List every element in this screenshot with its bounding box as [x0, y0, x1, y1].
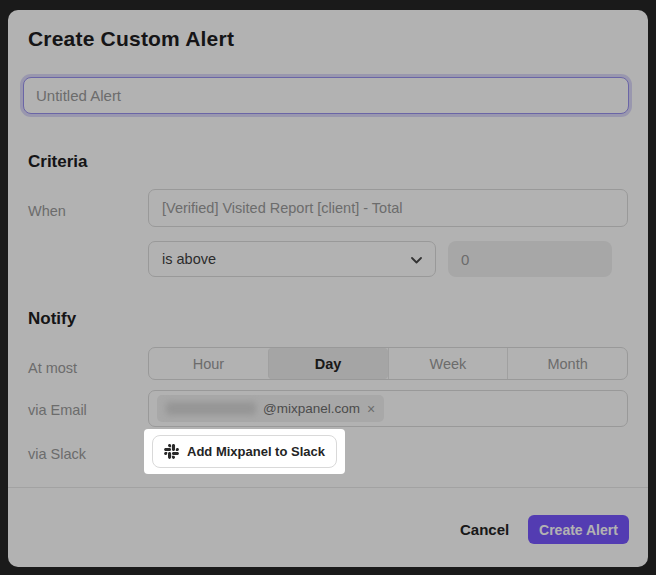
create-alert-button[interactable]: Create Alert: [528, 515, 629, 544]
email-chip: @mixpanel.com ×: [157, 395, 384, 422]
frequency-option-hour[interactable]: Hour: [149, 348, 268, 379]
frequency-segmented-control: Hour Day Week Month: [148, 347, 628, 380]
frequency-option-week[interactable]: Week: [388, 348, 508, 379]
at-most-label: At most: [28, 360, 77, 376]
email-username-redacted: [166, 402, 256, 415]
email-domain: @mixpanel.com: [263, 401, 360, 416]
add-to-slack-button[interactable]: Add Mixpanel to Slack: [152, 435, 337, 468]
slack-onboarding-spotlight: Add Mixpanel to Slack: [144, 429, 345, 474]
notify-heading: Notify: [28, 309, 76, 329]
via-email-label: via Email: [28, 402, 87, 418]
dialog-title: Create Custom Alert: [28, 27, 234, 51]
event-field-value: [Verified] Visited Report [client] - Tot…: [162, 200, 402, 216]
frequency-option-day[interactable]: Day: [268, 348, 388, 379]
close-icon[interactable]: ×: [367, 402, 375, 416]
slack-icon: [164, 444, 179, 459]
footer-divider: [8, 487, 648, 488]
via-slack-label: via Slack: [28, 446, 86, 462]
criteria-heading: Criteria: [28, 152, 88, 172]
event-field[interactable]: [Verified] Visited Report [client] - Tot…: [148, 189, 628, 227]
chevron-down-icon: [411, 251, 422, 267]
condition-select-value: is above: [162, 251, 216, 267]
frequency-option-month[interactable]: Month: [507, 348, 627, 379]
cancel-button[interactable]: Cancel: [454, 515, 514, 543]
when-label: When: [28, 203, 66, 219]
create-alert-dialog: Create Custom Alert Criteria When [Verif…: [8, 10, 648, 567]
add-to-slack-label: Add Mixpanel to Slack: [187, 444, 325, 459]
condition-select[interactable]: is above: [148, 241, 436, 277]
email-recipients-field[interactable]: @mixpanel.com ×: [148, 390, 628, 427]
threshold-input[interactable]: [448, 241, 612, 277]
alert-name-input[interactable]: [23, 77, 629, 114]
